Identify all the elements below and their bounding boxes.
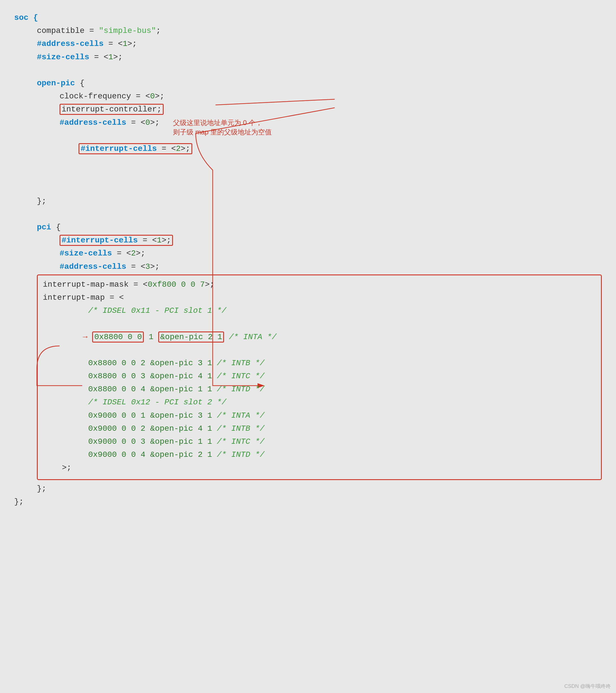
soc-open: soc { [14, 11, 602, 24]
comment-slot1: /* IDSEL 0x11 - PCI slot 1 */ [43, 304, 596, 317]
compatible-line: compatible = "simple-bus"; [14, 24, 602, 37]
map-close-line: >; [43, 461, 596, 474]
comment-slot2: /* IDSEL 0x12 - PCI slot 2 */ [43, 396, 596, 409]
pci-map-big-box: interrupt-map-mask = <0xf800 0 0 7>; int… [37, 275, 602, 480]
open-pic-open: open-pic { [14, 77, 602, 90]
row5-line: 0x9000 0 0 1 &open-pic 3 1 /* INTA */ [43, 409, 596, 422]
row1-addr-box: 0x8800 0 0 [92, 332, 144, 342]
interrupt-controller-line: interrupt-controller; [14, 103, 602, 116]
annotation-text: 父级这里说地址单元为 0 个， 则子级 map 里的父级地址为空值 [173, 118, 272, 137]
address-cells-1: #address-cells = <1>; [14, 37, 602, 51]
blank1 [14, 64, 602, 77]
row8-line: 0x9000 0 0 4 &open-pic 2 1 /* INTD */ [43, 448, 596, 461]
map-open-line: interrupt-map = < [43, 291, 596, 304]
row1-openpic-box: &open-pic 2 1 [158, 332, 224, 342]
row6-line: 0x9000 0 0 2 &open-pic 4 1 /* INTB */ [43, 422, 596, 435]
size-cells-1: #size-cells = <1>; [14, 51, 602, 64]
pci-interrupt-cells-box: #interrupt-cells = <1>; [60, 235, 173, 246]
interrupt-controller-box: interrupt-controller; [60, 104, 164, 115]
soc-close: }; [14, 495, 602, 509]
row4-line: 0x8800 0 0 4 &open-pic 1 1 /* INTD */ [43, 383, 596, 396]
pci-close: }; [14, 482, 602, 495]
clock-freq: clock-frequency = <0>; [14, 90, 602, 103]
map-mask-line: interrupt-map-mask = <0xf800 0 0 7>; [43, 278, 596, 291]
interrupt-cells-2-line: #interrupt-cells = <2>; 父级这里说地址单元为 0 个， … [14, 129, 602, 195]
pci-open: pci { [14, 221, 602, 234]
row1-line: → 0x8800 0 0 1 &open-pic 2 1 /* INTA */ [43, 317, 596, 357]
row7-line: 0x9000 0 0 3 &open-pic 1 1 /* INTC */ [43, 435, 596, 448]
row2-line: 0x8800 0 0 2 &open-pic 3 1 /* INTB */ [43, 357, 596, 370]
open-pic-close: }; [14, 195, 602, 208]
blank2 [14, 208, 602, 221]
pci-interrupt-cells-line: #interrupt-cells = <1>; [14, 234, 602, 247]
watermark: CSDN @嗨牛哦咚咚 [564, 683, 611, 690]
pci-address-cells: #address-cells = <3>; [14, 260, 602, 273]
address-cells-0: #address-cells = <0>; [14, 116, 602, 129]
code-block: soc { compatible = "simple-bus"; #addres… [14, 11, 602, 509]
interrupt-cells-2-box: #interrupt-cells = <2>; [79, 143, 192, 154]
row3-line: 0x8800 0 0 3 &open-pic 4 1 /* INTC */ [43, 370, 596, 383]
pci-size-cells: #size-cells = <2>; [14, 247, 602, 260]
